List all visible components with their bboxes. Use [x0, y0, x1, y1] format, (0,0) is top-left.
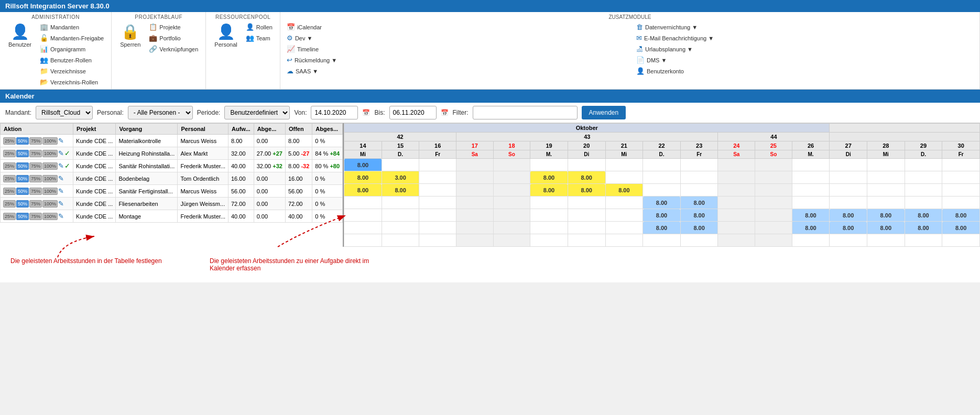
cal-cell-day-26[interactable]: 8.00 [792, 209, 830, 222]
cal-cell-day-29[interactable]: 8.00 [905, 209, 942, 222]
pct75-btn[interactable]: 75% [29, 150, 42, 157]
cal-cell-day-27[interactable] [830, 234, 867, 247]
cal-cell-day-30[interactable]: 8.00 [942, 209, 980, 222]
cal-cell-day-29[interactable] [905, 196, 942, 209]
cal-cell-day-16[interactable] [419, 234, 456, 247]
pct25-btn[interactable]: 25% [3, 200, 16, 208]
verzeichnisse-button[interactable]: 📁 Verzeichnisse [38, 66, 106, 76]
cal-cell-day-25[interactable] [755, 196, 792, 209]
cal-cell-day-19[interactable] [530, 196, 568, 209]
verknuepfungen-button[interactable]: 🔗 Verknüpfungen [147, 44, 200, 54]
mandanten-button[interactable]: 🏢 Mandanten [38, 22, 106, 32]
cal-cell-day-24[interactable] [718, 209, 755, 222]
pct50-btn[interactable]: 50% [16, 175, 29, 182]
cal-cell-day-27[interactable] [830, 159, 867, 171]
cal-cell-day-21[interactable] [605, 171, 643, 184]
email-button[interactable]: ✉ E-Mail Benachrichtigung ▼ [634, 33, 975, 43]
cal-cell-day-21[interactable] [605, 234, 643, 247]
cal-cell-day-18[interactable] [493, 196, 530, 209]
cal-cell-day-15[interactable] [382, 222, 419, 234]
pct75-btn[interactable]: 75% [29, 137, 42, 145]
cal-cell-day-15[interactable]: 3.00 [382, 171, 419, 184]
pct75-btn[interactable]: 75% [29, 175, 42, 182]
rollen-button[interactable]: 👤 Rollen [244, 22, 275, 32]
benutzer-rollen-button[interactable]: 👥 Benutzer-Rollen [38, 55, 106, 65]
cal-cell-day-25[interactable] [755, 209, 792, 222]
cal-cell-day-17[interactable] [456, 171, 494, 184]
dev-button[interactable]: ⚙ Dev ▼ [285, 33, 626, 43]
cal-cell-day-21[interactable] [605, 196, 643, 209]
cal-cell-day-21[interactable] [605, 159, 643, 171]
verzeichnis-rollen-button[interactable]: 📂 Verzeichnis-Rollen [38, 77, 106, 87]
cal-cell-day-17[interactable] [456, 196, 494, 209]
cal-cell-day-30[interactable]: 8.00 [942, 222, 980, 234]
cal-cell-day-24[interactable] [718, 184, 755, 196]
cal-cell-day-22[interactable]: 8.00 [643, 209, 681, 222]
edit-icon[interactable]: ✎ [58, 162, 64, 170]
cal-cell-day-30[interactable] [942, 234, 980, 247]
cal-cell-day-24[interactable] [718, 222, 755, 234]
cal-cell-day-16[interactable] [419, 222, 456, 234]
cal-cell-day-19[interactable]: 8.00 [530, 184, 568, 196]
cal-cell-day-19[interactable] [530, 234, 568, 247]
cal-cell-day-23[interactable]: 8.00 [680, 209, 718, 222]
cal-cell-day-24[interactable] [718, 196, 755, 209]
personal-button[interactable]: 👤 Personal [211, 22, 240, 49]
cal-cell-day-23[interactable] [680, 234, 718, 247]
pct75-btn[interactable]: 75% [29, 200, 42, 208]
cal-cell-day-27[interactable] [830, 196, 867, 209]
cal-cell-day-15[interactable] [382, 159, 419, 171]
edit-icon[interactable]: ✎ [58, 149, 64, 157]
cal-cell-day-22[interactable] [643, 184, 681, 196]
cal-cell-day-17[interactable] [456, 159, 494, 171]
cal-cell-day-20[interactable]: 8.00 [568, 184, 605, 196]
cal-cell-day-21[interactable]: 8.00 [605, 184, 643, 196]
cal-cell-day-15[interactable] [382, 209, 419, 222]
cal-cell-day-26[interactable]: 8.00 [792, 222, 830, 234]
cal-cell-day-19[interactable] [530, 209, 568, 222]
cal-cell-day-29[interactable]: 8.00 [905, 222, 942, 234]
cal-cell-day-14[interactable]: 8.00 [344, 159, 382, 171]
cal-cell-day-29[interactable] [905, 184, 942, 196]
cal-cell-day-26[interactable] [792, 234, 830, 247]
cal-cell-day-24[interactable] [718, 171, 755, 184]
cal-cell-day-19[interactable] [530, 222, 568, 234]
pct100-btn[interactable]: 100% [42, 188, 58, 195]
rueckmeldung-button[interactable]: ↩ Rückmeldung ▼ [285, 55, 626, 65]
cal-cell-day-20[interactable]: 8.00 [568, 171, 605, 184]
projekte-button[interactable]: 📋 Projekte [147, 22, 200, 32]
cal-cell-day-29[interactable] [905, 159, 942, 171]
cal-cell-day-24[interactable] [718, 159, 755, 171]
cal-cell-day-19[interactable]: 8.00 [530, 171, 568, 184]
pct75-btn[interactable]: 75% [29, 213, 42, 220]
pct50-btn[interactable]: 50% [16, 188, 29, 195]
calendar-icon-bis[interactable]: 📅 [441, 109, 449, 116]
pct100-btn[interactable]: 100% [42, 150, 58, 157]
cal-cell-day-19[interactable] [530, 159, 568, 171]
filter-input[interactable] [473, 106, 578, 119]
cal-cell-day-28[interactable]: 8.00 [867, 222, 905, 234]
team-button[interactable]: 👥 Team [244, 33, 275, 43]
cal-cell-day-16[interactable] [419, 184, 456, 196]
cal-cell-day-23[interactable] [680, 184, 718, 196]
cal-cell-day-23[interactable] [680, 159, 718, 171]
cal-cell-day-25[interactable] [755, 159, 792, 171]
cal-cell-day-28[interactable] [867, 171, 905, 184]
cal-cell-day-27[interactable] [830, 184, 867, 196]
cal-cell-day-20[interactable] [568, 196, 605, 209]
cal-cell-day-27[interactable]: 8.00 [830, 222, 867, 234]
pct25-btn[interactable]: 25% [3, 175, 16, 182]
cal-cell-day-30[interactable] [942, 159, 980, 171]
pct100-btn[interactable]: 100% [42, 162, 58, 170]
cal-cell-day-21[interactable] [605, 222, 643, 234]
pct25-btn[interactable]: 25% [3, 188, 16, 195]
mandanten-freigabe-button[interactable]: 🔓 Mandanten-Freigabe [38, 33, 106, 43]
cal-cell-day-23[interactable] [680, 171, 718, 184]
cal-cell-day-22[interactable] [643, 171, 681, 184]
bis-input[interactable] [389, 106, 437, 119]
cal-cell-day-14[interactable] [344, 196, 382, 209]
cal-cell-day-26[interactable] [792, 196, 830, 209]
cal-cell-day-30[interactable] [942, 196, 980, 209]
dms-button[interactable]: 📄 DMS ▼ [634, 55, 975, 65]
cal-cell-day-29[interactable] [905, 234, 942, 247]
